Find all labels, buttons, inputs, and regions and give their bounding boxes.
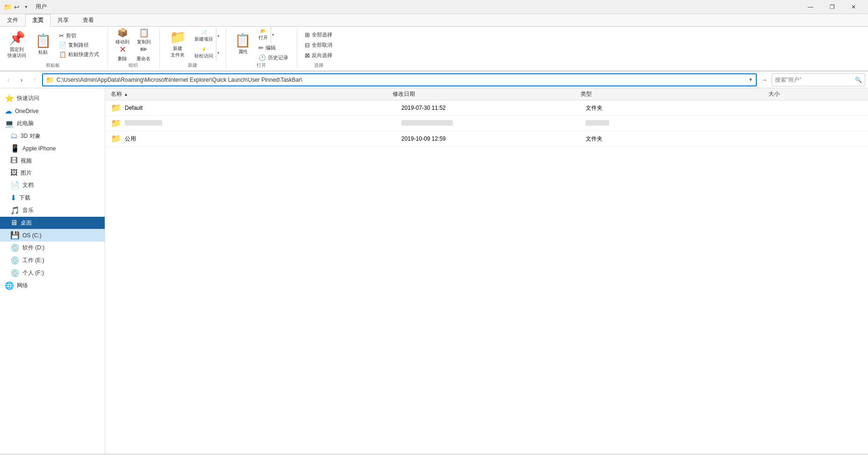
tab-file[interactable]: 文件 bbox=[0, 14, 25, 27]
search-input[interactable] bbox=[775, 77, 853, 83]
easy-access-dropdown[interactable]: ▾ bbox=[216, 45, 220, 61]
sidebar-item-pictures[interactable]: 🖼 图片 bbox=[0, 167, 105, 179]
column-size[interactable]: 大小 bbox=[768, 90, 862, 98]
sidebar-item-onedrive[interactable]: ☁ OneDrive bbox=[0, 105, 105, 117]
os-c-icon: 💾 bbox=[10, 231, 20, 240]
delete-rename-row: ✕ 删除 ✏ 重命名 bbox=[113, 45, 153, 61]
select-none-icon: ⊟ bbox=[305, 42, 310, 49]
rename-button[interactable]: ✏ 重命名 bbox=[134, 45, 153, 61]
new-sub-group: 📄 新建项目 ▾ ⚡ 轻松访问 ▾ bbox=[192, 28, 220, 60]
new-label: 新建 bbox=[188, 62, 197, 69]
copy-to-button[interactable]: 📋 复制到 bbox=[134, 28, 154, 44]
ribbon-group-select: ⊞ 全部选择 ⊟ 全部取消 ⊠ 反向选择 选择 bbox=[298, 28, 341, 69]
copy-path-button[interactable]: 📄 复制路径 bbox=[56, 41, 102, 50]
rename-icon: ✏ bbox=[140, 44, 147, 55]
file-type bbox=[586, 120, 770, 127]
column-name[interactable]: 名称 ▲ bbox=[111, 90, 393, 98]
open-items: 📋 属性 📂 打开 ▾ ✏ 编辑 bbox=[231, 28, 291, 61]
up-button[interactable]: ↑ bbox=[29, 74, 40, 85]
properties-icon: 📋 bbox=[235, 34, 251, 47]
address-text: C:\Users\Admin\AppData\Roaming\Microsoft… bbox=[57, 77, 746, 83]
new-item-button[interactable]: 📄 新建项目 bbox=[192, 28, 216, 44]
sidebar-item-music[interactable]: 🎵 音乐 bbox=[0, 204, 105, 217]
tab-view[interactable]: 查看 bbox=[76, 14, 101, 27]
open-label: 打开 bbox=[257, 62, 266, 69]
back-button[interactable]: ‹ bbox=[3, 74, 14, 85]
search-bar[interactable]: 🔍 bbox=[772, 73, 865, 86]
select-items: ⊞ 全部选择 ⊟ 全部取消 ⊠ 反向选择 bbox=[302, 28, 335, 61]
table-row[interactable]: 📁 Default 2019-07-30 11:52 文件夹 bbox=[105, 100, 868, 116]
sort-indicator: ▲ bbox=[124, 92, 128, 97]
open-button[interactable]: 📂 打开 bbox=[256, 27, 271, 43]
new-folder-icon: 📁 bbox=[170, 31, 186, 44]
ribbon-content: 📌 固定到快速访问 📋 粘贴 ✂ 剪切 📄 复制 bbox=[0, 27, 868, 71]
folder-icon: 📁 bbox=[111, 134, 121, 144]
sidebar-item-3d-objects[interactable]: 🗂 3D 对象 bbox=[0, 130, 105, 142]
software-d-icon: 💿 bbox=[10, 243, 20, 252]
ribbon-tabs: 文件 主页 共享 查看 bbox=[0, 14, 868, 27]
file-name: Default bbox=[125, 105, 402, 111]
paste-button[interactable]: 📋 粘贴 bbox=[31, 29, 55, 61]
ribbon-group-new: 📁 新建文件夹 📄 新建项目 ▾ ⚡ 轻松访问 bbox=[161, 28, 226, 69]
close-button[interactable]: ✕ bbox=[843, 0, 864, 14]
invert-select-button[interactable]: ⊠ 反向选择 bbox=[302, 51, 335, 60]
sidebar-item-apple-iphone[interactable]: 📱 Apple iPhone bbox=[0, 142, 105, 155]
new-item-dropdown[interactable]: ▾ bbox=[216, 28, 220, 44]
sidebar-item-software-d[interactable]: 💿 软件 (D:) bbox=[0, 242, 105, 254]
tab-home[interactable]: 主页 bbox=[25, 14, 50, 27]
clipboard-items: 📌 固定到快速访问 📋 粘贴 ✂ 剪切 📄 复制 bbox=[4, 28, 102, 61]
sidebar-item-network[interactable]: 🌐 网络 bbox=[0, 279, 105, 292]
sidebar-item-video[interactable]: 🎞 视频 bbox=[0, 155, 105, 167]
paste-shortcut-button[interactable]: 📋 粘贴快捷方式 bbox=[56, 50, 102, 59]
select-label: 选择 bbox=[314, 62, 323, 69]
folder-icon: 📁 bbox=[111, 118, 121, 128]
history-icon: 🕐 bbox=[258, 54, 266, 61]
move-copy-row: 📦 移动到 📋 复制到 bbox=[113, 28, 154, 44]
column-date[interactable]: 修改日期 bbox=[393, 90, 581, 98]
easy-access-button[interactable]: ⚡ 轻松访问 bbox=[192, 45, 216, 61]
sidebar-item-this-pc[interactable]: 💻 此电脑 bbox=[0, 117, 105, 130]
file-date: 2019-10-09 12:59 bbox=[402, 135, 586, 142]
column-type[interactable]: 类型 bbox=[581, 90, 768, 98]
table-row[interactable]: 📁 公用 2019-10-09 12:59 文件夹 bbox=[105, 131, 868, 147]
select-sub-group: ⊞ 全部选择 ⊟ 全部取消 ⊠ 反向选择 bbox=[302, 29, 335, 61]
sidebar-item-quick-access[interactable]: ⭐ 快速访问 bbox=[0, 92, 105, 105]
address-dropdown-button[interactable]: ▼ bbox=[748, 77, 753, 82]
sidebar-item-documents[interactable]: 📄 文档 bbox=[0, 179, 105, 192]
select-all-button[interactable]: ⊞ 全部选择 bbox=[302, 30, 335, 39]
pin-to-quick-access-button[interactable]: 📌 固定到快速访问 bbox=[4, 29, 30, 61]
file-list: 名称 ▲ 修改日期 类型 大小 📁 Default 2019-07-30 11:… bbox=[105, 88, 868, 454]
dropdown-icon: ▼ bbox=[22, 3, 30, 11]
clipboard-small-group: ✂ 剪切 📄 复制路径 📋 粘贴快捷方式 bbox=[56, 31, 102, 59]
delete-button[interactable]: ✕ 删除 bbox=[113, 45, 132, 61]
sidebar-item-os-c[interactable]: 💾 OS (C:) bbox=[0, 229, 105, 242]
nav-bar: ‹ › ↑ 📁 C:\Users\Admin\AppData\Roaming\M… bbox=[0, 71, 868, 88]
new-folder-button[interactable]: 📁 新建文件夹 bbox=[165, 28, 191, 60]
sidebar-item-personal-f[interactable]: 💿 个人 (F:) bbox=[0, 267, 105, 279]
table-row[interactable]: 📁 bbox=[105, 116, 868, 131]
new-items: 📁 新建文件夹 📄 新建项目 ▾ ⚡ 轻松访问 bbox=[165, 28, 220, 61]
select-none-button[interactable]: ⊟ 全部取消 bbox=[302, 41, 335, 50]
properties-button[interactable]: 📋 属性 bbox=[231, 28, 255, 60]
network-icon: 🌐 bbox=[5, 281, 14, 290]
forward-button[interactable]: › bbox=[16, 74, 27, 85]
downloads-icon: ⬇ bbox=[10, 193, 16, 202]
edit-button[interactable]: ✏ 编辑 bbox=[256, 43, 291, 52]
move-to-button[interactable]: 📦 移动到 bbox=[113, 28, 132, 44]
tab-share[interactable]: 共享 bbox=[50, 14, 76, 27]
maximize-button[interactable]: ❐ bbox=[821, 0, 843, 14]
address-bar[interactable]: 📁 C:\Users\Admin\AppData\Roaming\Microso… bbox=[42, 73, 757, 86]
easy-access-icon: ⚡ bbox=[201, 47, 207, 52]
cut-button[interactable]: ✂ 剪切 bbox=[56, 31, 102, 40]
minimize-button[interactable]: — bbox=[800, 0, 821, 14]
quick-access-icon: ↩ bbox=[13, 3, 21, 11]
open-dropdown[interactable]: ▾ bbox=[271, 27, 275, 43]
cut-icon: ✂ bbox=[59, 32, 64, 39]
sidebar-item-desktop[interactable]: 🖥 桌面 bbox=[0, 217, 105, 229]
history-button[interactable]: 🕐 历史记录 bbox=[256, 53, 291, 62]
easy-access-split-button: ⚡ 轻松访问 ▾ bbox=[192, 45, 220, 61]
sidebar-item-work-e[interactable]: 💿 工作 (E:) bbox=[0, 254, 105, 267]
nav-go-button[interactable]: → bbox=[759, 74, 770, 85]
window-title: 用户 bbox=[36, 3, 47, 11]
sidebar-item-downloads[interactable]: ⬇ 下载 bbox=[0, 192, 105, 204]
